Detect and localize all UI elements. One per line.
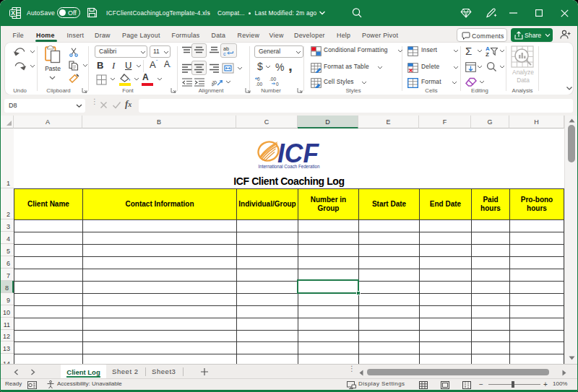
svg-text:.00: .00 — [256, 82, 262, 87]
svg-text:ab: ab — [212, 79, 218, 87]
svg-text:0: 0 — [257, 77, 260, 82]
svg-text:ab: ab — [223, 46, 229, 51]
svg-text:.00: .00 — [269, 77, 276, 82]
svg-text:0: 0 — [276, 82, 279, 87]
svg-text:International Coach Federation: International Coach Federation — [259, 163, 320, 170]
svg-text:c: c — [223, 51, 226, 56]
svg-text:Z: Z — [486, 51, 489, 57]
svg-text:X: X — [11, 9, 15, 17]
